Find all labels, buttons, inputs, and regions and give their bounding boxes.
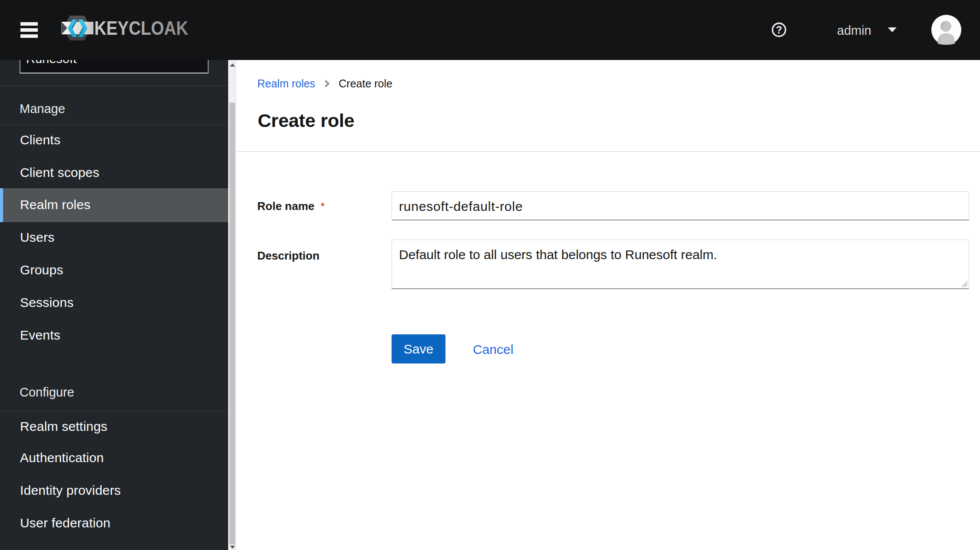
svg-text:?: ? [776,24,782,36]
svg-text:KEYCLOAK: KEYCLOAK [94,17,188,39]
